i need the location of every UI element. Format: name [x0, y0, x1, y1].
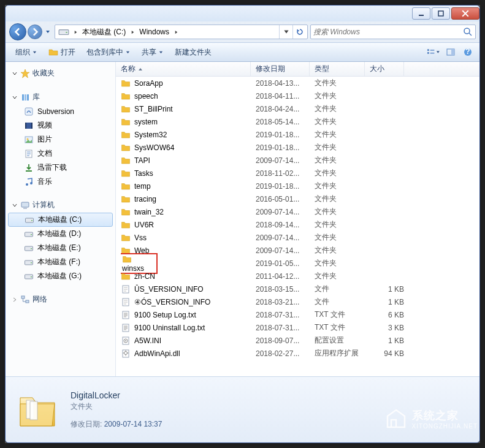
nav-library-item[interactable]: Subversion [6, 105, 115, 118]
column-name[interactable]: 名称 [116, 62, 251, 76]
file-row[interactable]: winsxs2019-01-05...文件夹 [116, 257, 479, 270]
nav-item-label: 本地磁盘 (F:) [37, 257, 80, 267]
network-icon [20, 295, 30, 305]
txt-icon [121, 323, 131, 333]
file-row[interactable]: TAPI2009-07-14...文件夹 [116, 154, 479, 167]
chevron-down-icon [159, 48, 164, 56]
svg-rect-27 [23, 208, 27, 209]
nav-library-item[interactable]: 图片 [6, 132, 115, 146]
svg-text:?: ? [465, 48, 470, 56]
svg-rect-19 [31, 123, 32, 129]
svg-rect-10 [451, 49, 454, 55]
file-name: SysWOW64 [134, 143, 174, 152]
file-row[interactable]: zh-CN2011-04-12...文件夹 [116, 270, 479, 283]
file-row[interactable]: Vss2009-07-14...文件夹 [116, 231, 479, 244]
chevron-right-icon[interactable] [71, 30, 80, 34]
file-date: 2018-11-02... [256, 169, 315, 178]
file-row[interactable]: A5W.INI2018-09-07...配置设置1 KB [116, 334, 479, 347]
file-row[interactable]: temp2019-01-18...文件夹 [116, 180, 479, 192]
refresh-button[interactable] [292, 25, 306, 39]
file-row[interactable]: SoraApp2018-04-13...文件夹 [116, 77, 479, 89]
chevron-right-icon[interactable] [128, 30, 137, 34]
maximize-button[interactable] [432, 7, 450, 20]
file-row[interactable]: ④ÓS_VERSION_INFO2018-03-21...文件1 KB [116, 295, 479, 308]
close-button[interactable] [451, 7, 479, 20]
search-input[interactable] [313, 28, 463, 36]
organize-button[interactable]: 组织 [10, 45, 42, 60]
search-icon[interactable] [463, 27, 473, 37]
file-row[interactable]: ST_BillPrint2018-04-24...文件夹 [116, 102, 479, 115]
file-row[interactable]: AdbWinApi.dll2018-02-27...应用程序扩展94 KB [116, 347, 479, 360]
chevron-right-icon[interactable] [172, 30, 180, 34]
view-options-button[interactable] [427, 45, 440, 59]
file-type: 文件夹 [315, 232, 370, 243]
nav-drive-item[interactable]: 本地磁盘 (C:) [8, 213, 113, 227]
address-dropdown[interactable] [279, 25, 292, 39]
drive-icon [24, 271, 34, 281]
nav-item-label: Subversion [37, 107, 74, 116]
file-date: 2018-04-11... [256, 92, 315, 101]
folder-icon [121, 104, 131, 114]
details-type: 文件夹 [71, 401, 162, 412]
help-button[interactable]: ? [461, 45, 475, 59]
forward-button[interactable] [28, 25, 42, 39]
column-date[interactable]: 修改日期 [251, 62, 310, 76]
file-name: ST_BillPrint [134, 105, 173, 113]
file-row[interactable]: ÛS_VERSION_INFO2018-03-15...文件1 KB [116, 283, 479, 295]
nav-item-label: 图片 [37, 134, 52, 145]
file-type: 文件夹 [315, 168, 370, 178]
open-button[interactable]: 打开 [44, 45, 80, 60]
nav-computer[interactable]: 计算机 [6, 197, 115, 213]
nav-drive-item[interactable]: 本地磁盘 (F:) [6, 255, 115, 269]
breadcrumb-segment[interactable]: Windows [137, 28, 172, 36]
nav-network[interactable]: 网络 [6, 292, 115, 307]
column-size[interactable]: 大小 [365, 62, 404, 76]
file-row[interactable]: 9100 Uninstall Log.txt2018-07-31...TXT 文… [116, 321, 479, 334]
history-dropdown[interactable] [44, 26, 52, 38]
minimize-button[interactable] [412, 7, 430, 20]
titlebar[interactable] [6, 6, 479, 21]
back-button[interactable] [9, 23, 26, 40]
svg-rect-13 [22, 94, 24, 101]
content-area: 收藏夹 库 Subversion视频图片文档迅雷下载音乐 计算机 本地磁盘 (C… [6, 62, 479, 376]
nav-favorites-label: 收藏夹 [32, 68, 55, 78]
column-type[interactable]: 类型 [310, 62, 365, 76]
breadcrumb-segment[interactable]: 本地磁盘 (C:) [80, 27, 128, 37]
nav-drive-item[interactable]: 本地磁盘 (G:) [6, 269, 115, 283]
file-row[interactable]: System322019-01-18...文件夹 [116, 128, 479, 141]
nav-favorites[interactable]: 收藏夹 [6, 66, 115, 81]
file-row[interactable]: SysWOW642019-01-18...文件夹 [116, 141, 479, 154]
nav-library-item[interactable]: 音乐 [6, 175, 115, 189]
include-in-library-button[interactable]: 包含到库中 [82, 45, 136, 60]
file-list[interactable]: SoraApp2018-04-13...文件夹speech2018-04-11.… [116, 77, 479, 376]
file-row[interactable]: tracing2016-05-01...文件夹 [116, 192, 479, 205]
svg-rect-38 [21, 296, 25, 298]
breadcrumb[interactable]: 本地磁盘 (C:) Windows [55, 25, 308, 39]
folder-open-icon [48, 47, 58, 57]
preview-pane-button[interactable] [444, 45, 457, 59]
nav-drive-item[interactable]: 本地磁盘 (E:) [6, 241, 115, 255]
file-name: zh-CN [134, 272, 155, 281]
txt-icon [121, 310, 131, 320]
file-row[interactable]: UV6R2018-09-14...文件夹 [116, 218, 479, 231]
navigation-pane[interactable]: 收藏夹 库 Subversion视频图片文档迅雷下载音乐 计算机 本地磁盘 (C… [6, 62, 116, 376]
file-date: 2019-01-05... [256, 259, 315, 268]
svg-rect-29 [31, 220, 32, 221]
search-box[interactable] [310, 25, 476, 39]
file-row[interactable]: system2018-05-14...文件夹 [116, 115, 479, 128]
nav-drive-item[interactable]: 本地磁盘 (D:) [6, 227, 115, 241]
share-button[interactable]: 共享 [137, 45, 169, 60]
dll-icon [121, 349, 131, 359]
svg-rect-8 [430, 53, 435, 53]
nav-libraries[interactable]: 库 [6, 89, 115, 105]
file-type: 文件夹 [315, 155, 370, 165]
nav-library-item[interactable]: 迅雷下载 [6, 161, 115, 175]
file-row[interactable]: twain_322009-07-14...文件夹 [116, 205, 479, 218]
file-row[interactable]: Tasks2018-11-02...文件夹 [116, 167, 479, 180]
nav-library-item[interactable]: 文档 [6, 146, 115, 161]
nav-library-item[interactable]: 视频 [6, 118, 115, 132]
details-date: 2009-07-14 13:37 [104, 420, 162, 428]
new-folder-button[interactable]: 新建文件夹 [170, 45, 216, 60]
file-row[interactable]: 9100 Setup Log.txt2018-07-31...TXT 文件6 K… [116, 308, 479, 321]
file-row[interactable]: speech2018-04-11...文件夹 [116, 89, 479, 102]
